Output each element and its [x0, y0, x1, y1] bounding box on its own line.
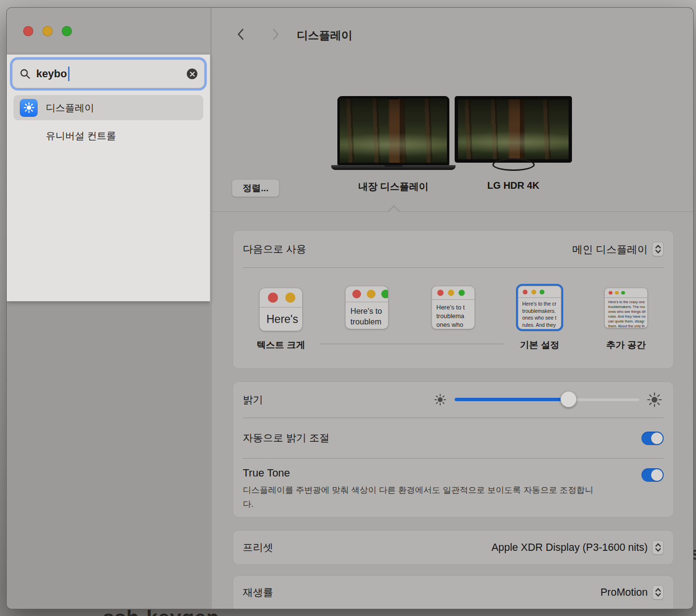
- preview-text: ones who: [436, 321, 474, 329]
- scaling-option-default[interactable]: Here's to the cr troublemakers. ones who…: [518, 286, 561, 329]
- scaling-option-3[interactable]: Here's to t troublema ones who: [432, 286, 475, 329]
- mini-zoom-dot: [381, 290, 389, 298]
- scaling-option-larger-text[interactable]: Here's: [259, 288, 303, 331]
- laptop-thumbnail: [337, 96, 449, 165]
- page-title: 디스플레이: [297, 28, 352, 43]
- text-cursor: [68, 67, 70, 81]
- use-as-dropdown[interactable]: 메인 디스플레이: [572, 231, 664, 267]
- mini-minimize-dot: [615, 291, 619, 295]
- preview-text: Here's: [266, 312, 302, 326]
- mini-close-dot: [352, 290, 361, 298]
- forest-wallpaper: [340, 98, 447, 163]
- close-button[interactable]: [23, 26, 33, 36]
- laptop-notch: [387, 96, 400, 99]
- mini-minimize-dot: [531, 290, 536, 294]
- true-tone-description: 디스플레이를 주변광에 맞춰 색상이 다른 환경에서도 일관적으로 보이도록 자…: [243, 483, 602, 511]
- stepper-icon: [652, 585, 664, 600]
- preview-text: them. About the only th: [608, 324, 647, 328]
- mini-zoom-dot: [540, 290, 544, 294]
- auto-brightness-toggle[interactable]: [641, 432, 664, 445]
- monitor-thumbnail: [455, 96, 572, 163]
- scaling-label-larger-text: 텍스트 크게: [257, 339, 305, 351]
- zoom-button[interactable]: [62, 26, 72, 36]
- laptop-base: [331, 165, 456, 170]
- mini-minimize-dot: [367, 290, 376, 298]
- preview-text: ones who see t: [522, 314, 561, 322]
- use-as-card: 다음으로 사용 메인 디스플레이 Here's Here's to: [233, 231, 673, 368]
- auto-brightness-label: 자동으로 밝기 조절: [243, 418, 330, 458]
- brightness-card: 밝기: [233, 382, 673, 517]
- scaling-option-more-space[interactable]: Here's to the crazy one troublemakers. T…: [604, 288, 648, 328]
- display-settings-pane: 디스플레이 정렬... 내장 디스플레이 LG HDR 4K 다음으로 사용 메…: [212, 8, 694, 609]
- window-titlebar[interactable]: [7, 8, 210, 55]
- row-divider: [243, 267, 664, 268]
- toolbar: 디스플레이: [212, 8, 694, 61]
- display-name: 내장 디스플레이: [337, 180, 449, 193]
- preview-text: troublem: [350, 316, 388, 327]
- search-icon: [19, 68, 31, 80]
- stepper-icon: [652, 540, 664, 555]
- section-divider: [212, 211, 694, 212]
- back-button[interactable]: [236, 28, 247, 41]
- refresh-rate-label: 재생률: [243, 576, 273, 609]
- display-name: LG HDR 4K: [455, 180, 572, 191]
- brightness-label: 밝기: [243, 382, 263, 418]
- use-as-label: 다음으로 사용: [243, 231, 306, 267]
- mini-zoom-dot: [459, 290, 465, 296]
- use-as-value: 메인 디스플레이: [572, 242, 648, 256]
- stepper-icon: [652, 242, 664, 256]
- search-result-label: 유니버설 컨트롤: [46, 129, 116, 142]
- refresh-rate-card: 재생률 ProMotion: [233, 576, 673, 609]
- mini-close-dot: [609, 291, 612, 295]
- mini-close-dot: [523, 290, 528, 294]
- display-lg-hdr-4k[interactable]: LG HDR 4K: [455, 96, 572, 171]
- brightness-slider[interactable]: [455, 398, 640, 401]
- scaling-track-line: [320, 344, 504, 344]
- true-tone-toggle[interactable]: [641, 468, 664, 482]
- mini-zoom-dot: [621, 291, 625, 295]
- toggle-knob: [651, 433, 663, 444]
- clear-search-button[interactable]: [187, 69, 197, 79]
- preset-dropdown[interactable]: Apple XDR Display (P3-1600 nits): [491, 531, 664, 564]
- monitor-stand: [492, 158, 535, 171]
- mini-close-dot: [268, 293, 278, 303]
- search-result-displays[interactable]: 디스플레이: [14, 95, 203, 120]
- sidebar: keybo: [7, 8, 210, 609]
- preset-label: 프리셋: [243, 531, 273, 564]
- mini-minimize-dot: [448, 290, 454, 296]
- preset-card: 프리셋 Apple XDR Display (P3-1600 nits): [233, 531, 673, 564]
- mini-close-dot: [437, 290, 444, 296]
- search-result-label: 디스플레이: [46, 101, 94, 114]
- forward-button[interactable]: [269, 28, 281, 41]
- scaling-label-default: 기본 설정: [520, 339, 559, 351]
- preview-text: Here's to: [350, 306, 388, 316]
- preview-text: rules. And they: [522, 322, 561, 329]
- preview-text: Here's to t: [436, 303, 474, 312]
- preview-text: troublemakers. The rou: [608, 305, 647, 309]
- sort-button[interactable]: 정렬...: [232, 179, 279, 197]
- brightness-slider-knob[interactable]: [560, 391, 577, 407]
- preview-text: troublemakers.: [522, 308, 561, 315]
- display-brightness-icon: [20, 99, 38, 117]
- preview-text: ones who see things dif: [608, 309, 647, 314]
- search-results-panel: keybo: [7, 55, 210, 301]
- refresh-rate-dropdown[interactable]: ProMotion: [600, 576, 664, 609]
- preview-text: rules. And they have no: [608, 314, 647, 319]
- search-input[interactable]: keybo: [12, 59, 205, 88]
- row-divider: [243, 458, 664, 459]
- preview-text: troublema: [436, 312, 474, 321]
- sidebar-divider: [210, 8, 211, 609]
- search-value: keybo: [36, 68, 67, 80]
- brightness-low-icon: [433, 393, 447, 408]
- display-builtin[interactable]: 내장 디스플레이: [337, 96, 449, 170]
- preview-text: can quote them, disagr: [608, 319, 647, 324]
- search-result-universal-control[interactable]: 유니버설 컨트롤: [14, 123, 203, 148]
- minimize-button[interactable]: [42, 26, 53, 36]
- refresh-rate-value: ProMotion: [600, 587, 648, 599]
- forest-wallpaper: [458, 99, 569, 159]
- preview-text: Here's to the cr: [522, 300, 561, 308]
- scaling-option-2[interactable]: Here's to troublem: [345, 286, 389, 329]
- true-tone-label: True Tone: [243, 467, 290, 479]
- brightness-high-icon: [646, 392, 663, 410]
- scaling-label-more-space: 추가 공간: [606, 339, 645, 351]
